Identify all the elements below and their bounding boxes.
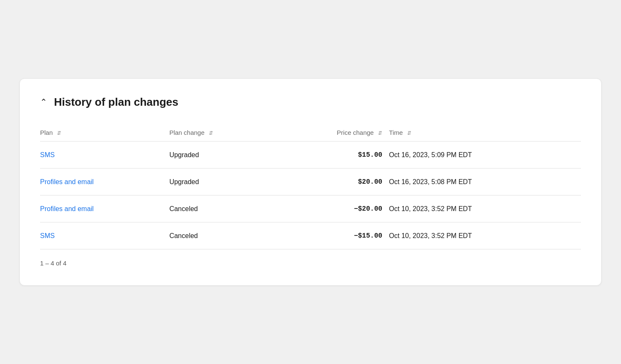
history-card: ⌃ History of plan changes Plan ⇵ Plan ch… — [19, 78, 602, 286]
price-value: −$20.00 — [354, 205, 382, 213]
table-header-row: Plan ⇵ Plan change ⇵ Price change ⇵ Time… — [40, 124, 581, 142]
cell-plan-change: Upgraded — [169, 142, 277, 169]
col-plan-change: Plan change ⇵ — [169, 124, 277, 142]
pagination-label: 1 – 4 of 4 — [40, 258, 581, 268]
table-row: Profiles and emailUpgraded$20.00Oct 16, … — [40, 169, 581, 195]
col-plan: Plan ⇵ — [40, 124, 169, 142]
col-time-label: Time — [389, 129, 403, 136]
cell-price-change: −$15.00 — [277, 222, 389, 249]
col-plan-change-label: Plan change — [169, 129, 204, 136]
cell-plan: Profiles and email — [40, 195, 169, 222]
cell-time: Oct 10, 2023, 3:52 PM EDT — [389, 195, 581, 222]
table-row: SMSUpgraded$15.00Oct 16, 2023, 5:09 PM E… — [40, 142, 581, 169]
collapse-icon[interactable]: ⌃ — [40, 98, 47, 106]
col-plan-sort-icon[interactable]: ⇵ — [57, 130, 61, 136]
page-title: History of plan changes — [54, 96, 178, 109]
plan-link[interactable]: Profiles and email — [40, 205, 94, 212]
price-value: $15.00 — [358, 151, 382, 159]
col-time: Time ⇵ — [389, 124, 581, 142]
cell-plan: Profiles and email — [40, 169, 169, 195]
cell-plan: SMS — [40, 142, 169, 169]
price-value: $20.00 — [358, 178, 382, 186]
cell-time: Oct 16, 2023, 5:09 PM EDT — [389, 142, 581, 169]
cell-time: Oct 10, 2023, 3:52 PM EDT — [389, 222, 581, 249]
cell-plan: SMS — [40, 222, 169, 249]
plan-link[interactable]: Profiles and email — [40, 178, 94, 185]
cell-price-change: $20.00 — [277, 169, 389, 195]
col-time-sort-icon[interactable]: ⇵ — [407, 130, 411, 136]
col-plan-change-sort-icon[interactable]: ⇵ — [209, 130, 213, 136]
cell-time: Oct 16, 2023, 5:08 PM EDT — [389, 169, 581, 195]
cell-plan-change: Canceled — [169, 195, 277, 222]
col-plan-label: Plan — [40, 129, 53, 136]
plan-changes-table: Plan ⇵ Plan change ⇵ Price change ⇵ Time… — [40, 124, 581, 249]
table-row: Profiles and emailCanceled−$20.00Oct 10,… — [40, 195, 581, 222]
cell-plan-change: Canceled — [169, 222, 277, 249]
plan-link[interactable]: SMS — [40, 232, 55, 239]
plan-link[interactable]: SMS — [40, 151, 55, 158]
col-price-change-sort-icon[interactable]: ⇵ — [378, 130, 382, 136]
cell-plan-change: Upgraded — [169, 169, 277, 195]
col-price-change-label: Price change — [337, 129, 374, 136]
table-row: SMSCanceled−$15.00Oct 10, 2023, 3:52 PM … — [40, 222, 581, 249]
price-value: −$15.00 — [354, 232, 382, 240]
col-price-change: Price change ⇵ — [277, 124, 389, 142]
cell-price-change: $15.00 — [277, 142, 389, 169]
card-header: ⌃ History of plan changes — [40, 96, 581, 109]
cell-price-change: −$20.00 — [277, 195, 389, 222]
